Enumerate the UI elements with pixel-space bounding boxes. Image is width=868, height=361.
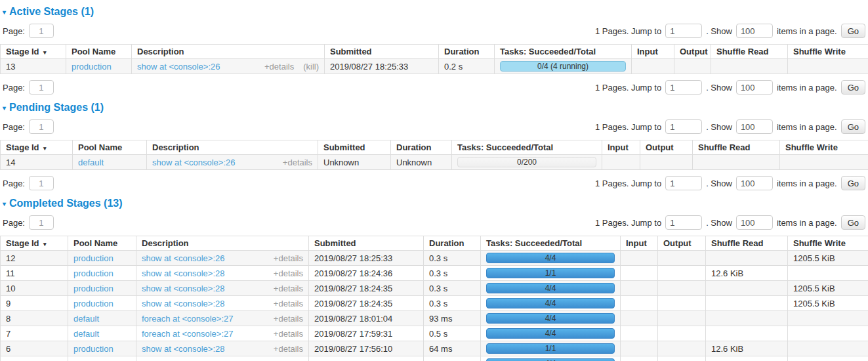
description-link[interactable]: show at <console>:28	[142, 299, 224, 308]
pool-name-link[interactable]: production	[73, 344, 114, 354]
description-link[interactable]: show at <console>:28	[142, 359, 224, 361]
pending-stages-table: Stage Id ▾Pool NameDescriptionSubmittedD…	[0, 140, 868, 170]
submitted-cell: 2019/08/27 17:59:31	[309, 326, 424, 341]
column-header-stage-id[interactable]: Stage Id ▾	[1, 45, 66, 59]
column-header-duration[interactable]: Duration	[424, 236, 481, 251]
description-link[interactable]: show at <console>:28	[142, 268, 224, 278]
page-number-input[interactable]	[29, 215, 54, 230]
pages-count-text: 1 Pages. Jump to	[595, 83, 661, 93]
column-header-output[interactable]: Output	[674, 45, 711, 59]
go-button[interactable]: Go	[841, 176, 865, 190]
description-link[interactable]: show at <console>:26	[137, 62, 220, 72]
page-number-input[interactable]	[29, 80, 54, 95]
details-link[interactable]: +details	[274, 314, 303, 324]
pool-name-link[interactable]: production	[73, 359, 114, 361]
page-number-input[interactable]	[29, 119, 54, 134]
items-per-page-input[interactable]	[736, 119, 773, 134]
pool-name-cell: production	[68, 281, 136, 296]
pool-name-link[interactable]: default	[73, 329, 99, 339]
kill-link[interactable]: (kill)	[303, 62, 319, 72]
jump-to-page-input[interactable]	[665, 119, 702, 134]
column-header-shuffle-read[interactable]: Shuffle Read	[693, 140, 780, 155]
column-header-stage-id[interactable]: Stage Id ▾	[1, 140, 73, 155]
column-header-tasks-succeeded-total[interactable]: Tasks: Succeeded/Total	[481, 236, 621, 251]
column-header-description[interactable]: Description	[147, 140, 318, 155]
pending-stages-section: ▾ Pending Stages (1) Page:1 Pages. Jump …	[0, 102, 868, 192]
column-header-submitted[interactable]: Submitted	[325, 45, 439, 59]
column-header-shuffle-write[interactable]: Shuffle Write	[788, 45, 868, 59]
details-link[interactable]: +details	[283, 158, 312, 167]
column-header-input[interactable]: Input	[621, 236, 658, 251]
pool-name-link[interactable]: production	[73, 268, 114, 278]
pagination-bar: Page:1 Pages. Jump to. Showitems in a pa…	[3, 22, 865, 39]
jump-to-page-input[interactable]	[665, 215, 702, 230]
column-header-shuffle-write[interactable]: Shuffle Write	[788, 236, 868, 251]
column-header-pool-name[interactable]: Pool Name	[73, 140, 147, 155]
column-header-tasks-succeeded-total[interactable]: Tasks: Succeeded/Total	[495, 45, 632, 59]
pending-stages-heading[interactable]: ▾ Pending Stages (1)	[3, 102, 868, 114]
items-per-page-input[interactable]	[736, 80, 773, 95]
pool-name-link[interactable]: production	[73, 284, 114, 293]
go-button[interactable]: Go	[841, 80, 865, 95]
column-header-stage-id[interactable]: Stage Id ▾	[1, 236, 68, 251]
column-header-shuffle-read[interactable]: Shuffle Read	[711, 45, 788, 59]
column-header-duration[interactable]: Duration	[391, 140, 452, 155]
pool-name-link[interactable]: production	[72, 62, 112, 72]
show-label: . Show	[706, 26, 732, 36]
jump-to-page-input[interactable]	[665, 176, 702, 190]
description-link[interactable]: show at <console>:26	[152, 158, 235, 167]
pool-name-link[interactable]: default	[78, 158, 104, 167]
pool-name-link[interactable]: production	[73, 253, 114, 263]
pool-name-link[interactable]: production	[73, 299, 114, 308]
description-link[interactable]: show at <console>:26	[142, 253, 224, 263]
column-header-pool-name[interactable]: Pool Name	[68, 236, 136, 251]
items-per-page-input[interactable]	[736, 24, 773, 38]
jump-to-page-input[interactable]	[665, 24, 702, 38]
description-cell: show at <console>:26+details(kill)	[132, 59, 325, 74]
details-link[interactable]: +details	[274, 344, 303, 354]
details-link[interactable]: +details	[274, 299, 303, 308]
details-link[interactable]: +details	[274, 359, 303, 361]
description-link[interactable]: foreach at <console>:27	[142, 329, 234, 339]
page-label: Page:	[3, 26, 25, 36]
go-button[interactable]: Go	[841, 24, 865, 38]
completed-stages-heading[interactable]: ▾ Completed Stages (13)	[3, 198, 868, 209]
column-header-description[interactable]: Description	[136, 236, 309, 251]
shuffle-write-cell: 1205.5 KiB	[788, 251, 868, 266]
output-cell	[658, 296, 706, 311]
column-header-description[interactable]: Description	[132, 45, 325, 59]
description-link[interactable]: show at <console>:28	[142, 284, 224, 293]
page-number-input[interactable]	[29, 176, 54, 190]
pool-name-link[interactable]: default	[73, 314, 99, 324]
column-header-shuffle-read[interactable]: Shuffle Read	[706, 236, 788, 251]
column-header-submitted[interactable]: Submitted	[318, 140, 391, 155]
active-stages-heading[interactable]: ▾ Active Stages (1)	[3, 6, 868, 18]
description-cell: show at <console>:28+details	[136, 341, 309, 356]
items-per-page-input[interactable]	[736, 215, 773, 230]
details-link[interactable]: +details	[274, 268, 303, 278]
column-header-input[interactable]: Input	[602, 140, 640, 155]
column-header-shuffle-write[interactable]: Shuffle Write	[780, 140, 868, 155]
column-header-pool-name[interactable]: Pool Name	[66, 45, 132, 59]
description-link[interactable]: show at <console>:28	[142, 344, 224, 354]
go-button[interactable]: Go	[841, 119, 865, 134]
show-label: . Show	[706, 122, 732, 132]
details-link[interactable]: +details	[274, 329, 303, 339]
jump-to-page-input[interactable]	[665, 80, 702, 95]
column-header-output[interactable]: Output	[640, 140, 693, 155]
column-header-duration[interactable]: Duration	[439, 45, 495, 59]
submitted-cell: Unknown	[318, 155, 391, 170]
stage-row: 7defaultforeach at <console>:27+details2…	[1, 326, 868, 341]
page-number-input[interactable]	[29, 24, 54, 38]
column-header-output[interactable]: Output	[658, 236, 706, 251]
column-header-tasks-succeeded-total[interactable]: Tasks: Succeeded/Total	[452, 140, 602, 155]
description-link[interactable]: foreach at <console>:27	[142, 314, 234, 324]
column-header-input[interactable]: Input	[632, 45, 674, 59]
details-link[interactable]: +details	[264, 62, 294, 72]
details-link[interactable]: +details	[274, 253, 303, 263]
column-header-submitted[interactable]: Submitted	[309, 236, 424, 251]
stage-row: 5productionshow at <console>:28+details2…	[1, 356, 868, 361]
details-link[interactable]: +details	[274, 284, 303, 293]
go-button[interactable]: Go	[841, 215, 865, 230]
items-per-page-input[interactable]	[736, 176, 773, 190]
